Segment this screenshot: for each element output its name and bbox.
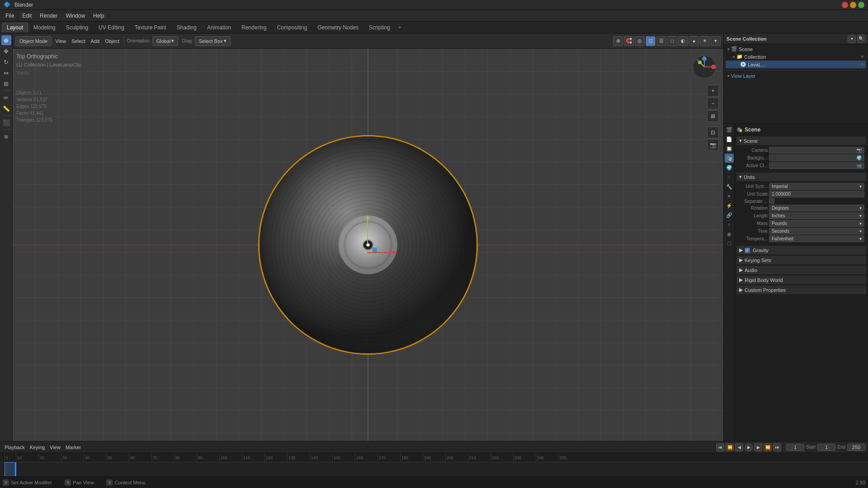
- time-field[interactable]: Seconds ▾: [769, 228, 864, 235]
- unit-scale-field[interactable]: 1.000000: [769, 191, 864, 197]
- tool-unknown1[interactable]: ≋: [1, 131, 11, 141]
- prop-icon-object[interactable]: ○: [725, 173, 734, 182]
- separate-checkbox[interactable]: [769, 198, 774, 204]
- tab-scripting[interactable]: Scripting: [364, 23, 395, 33]
- outliner-view-layer[interactable]: ▾ View Layer: [726, 72, 866, 80]
- tool-transform[interactable]: ⊞: [1, 79, 11, 89]
- keying-sets-header[interactable]: ▶ Keying Sets: [736, 256, 866, 264]
- proportional-icon[interactable]: ◎: [635, 36, 645, 46]
- background-field[interactable]: 🌍: [769, 155, 864, 161]
- viewport-shading-material[interactable]: ●: [689, 36, 699, 46]
- gravity-checkbox[interactable]: ✓: [745, 248, 750, 253]
- tool-add-cube[interactable]: ⬛: [1, 117, 11, 127]
- viewport-shading-wire[interactable]: □: [667, 36, 677, 46]
- zoom-in-btn[interactable]: +: [707, 85, 719, 97]
- outliner-filter-btn[interactable]: ▾: [848, 35, 856, 43]
- menu-render[interactable]: Render: [36, 12, 61, 20]
- jump-to-start-btn[interactable]: ⏮: [716, 443, 724, 451]
- outliner-search-btn[interactable]: 🔍: [857, 35, 865, 43]
- menu-help[interactable]: Help: [90, 12, 108, 20]
- tool-scale[interactable]: ⇔: [1, 68, 11, 78]
- tab-animation[interactable]: Animation: [202, 23, 236, 33]
- gravity-section-header[interactable]: ▶ ✓ Gravity: [736, 246, 866, 254]
- keying-menu[interactable]: Keying: [28, 445, 47, 450]
- viewport-shading-extra[interactable]: ▾: [711, 36, 721, 46]
- prop-icon-shaderfx[interactable]: ⬡: [725, 239, 734, 248]
- tool-annotate[interactable]: ✏: [1, 93, 11, 103]
- mode-selector[interactable]: Object Mode: [15, 36, 52, 46]
- mass-field[interactable]: Pounds ▾: [769, 220, 864, 227]
- marker-menu[interactable]: Marker: [64, 445, 83, 450]
- tab-shading[interactable]: Shading: [172, 23, 202, 33]
- tab-layout[interactable]: Layout: [2, 23, 28, 33]
- custom-props-header[interactable]: ▶ Custom Properties: [736, 286, 866, 294]
- prop-icon-material[interactable]: ◉: [725, 230, 734, 239]
- header-view[interactable]: View: [53, 38, 68, 44]
- playback-menu[interactable]: Playback: [3, 445, 27, 450]
- select-box-selector[interactable]: Select Box▾: [195, 36, 231, 46]
- outliner-scene[interactable]: ▾ 🎬 Scene: [726, 45, 866, 53]
- overlay-icon[interactable]: ⊡: [646, 36, 656, 46]
- orientation-selector[interactable]: Global▾: [152, 36, 179, 46]
- add-workspace-button[interactable]: +: [396, 23, 404, 32]
- next-keyframe-btn[interactable]: ▶: [754, 443, 762, 451]
- jump-to-end-btn[interactable]: ⏭: [773, 443, 781, 451]
- header-select[interactable]: Select: [70, 38, 87, 44]
- maximize-btn[interactable]: [858, 2, 864, 8]
- next-frame-btn[interactable]: ⏩: [764, 443, 772, 451]
- units-section-header[interactable]: ▾ Units: [736, 173, 866, 181]
- prop-icon-output[interactable]: 📄: [725, 135, 734, 144]
- global-icon[interactable]: ⊕: [613, 36, 623, 46]
- menu-edit[interactable]: Edit: [19, 12, 35, 20]
- prop-icon-particles[interactable]: ✦: [725, 192, 734, 201]
- end-frame-input[interactable]: 250: [847, 444, 865, 451]
- viewport-main[interactable]: Top Orthographic (1) Collection | LavaLa…: [13, 49, 723, 441]
- camera-field[interactable]: 📷: [769, 147, 864, 154]
- tab-geometry-nodes[interactable]: Geometry Nodes: [312, 23, 363, 33]
- prop-icon-modifier[interactable]: 🔧: [725, 182, 734, 191]
- timeline-playhead[interactable]: [15, 462, 16, 476]
- audio-header[interactable]: ▶ Audio: [736, 266, 866, 274]
- prop-icon-data[interactable]: ▿: [725, 220, 734, 229]
- prev-keyframe-btn[interactable]: ◀: [735, 443, 743, 451]
- start-frame-input[interactable]: 1: [817, 444, 835, 451]
- tool-measure[interactable]: 📏: [1, 103, 11, 113]
- prop-icon-constraints[interactable]: 🔗: [725, 211, 734, 220]
- prev-frame-btn[interactable]: ⏪: [726, 443, 734, 451]
- viewport-shading-render[interactable]: ☀: [700, 36, 710, 46]
- prop-icon-physics[interactable]: ⚡: [725, 201, 734, 210]
- tab-uv-editing[interactable]: UV Editing: [94, 23, 129, 33]
- prop-icon-viewlayer[interactable]: 🔲: [725, 144, 734, 153]
- header-add[interactable]: Add: [89, 38, 102, 44]
- fit-view-btn[interactable]: ⊞: [707, 110, 719, 122]
- prop-icon-world[interactable]: 🌍: [725, 163, 734, 172]
- close-btn[interactable]: [842, 2, 848, 8]
- zoom-out-btn[interactable]: −: [707, 98, 719, 109]
- tab-rendering[interactable]: Rendering: [236, 23, 271, 33]
- outliner-collection[interactable]: ▾ 📁 Collection 👁: [726, 53, 866, 61]
- snap-icon[interactable]: 🧲: [624, 36, 634, 46]
- camera-view-btn[interactable]: 📷: [707, 139, 719, 151]
- header-object[interactable]: Object: [103, 38, 121, 44]
- active-clip-field[interactable]: 📹: [769, 162, 864, 169]
- minimize-btn[interactable]: [850, 2, 856, 8]
- menu-file[interactable]: File: [2, 12, 18, 20]
- tab-compositing[interactable]: Compositing: [272, 23, 312, 33]
- tool-cursor[interactable]: ⊕: [1, 35, 11, 45]
- perspective-btn[interactable]: ⊡: [707, 127, 719, 138]
- menu-window[interactable]: Window: [62, 12, 89, 20]
- rigid-body-header[interactable]: ▶ Rigid Body World: [736, 276, 866, 284]
- xray-icon[interactable]: ☰: [656, 36, 666, 46]
- current-frame-input[interactable]: 1: [786, 444, 804, 451]
- rotation-field[interactable]: Degrees ▾: [769, 205, 864, 211]
- length-field[interactable]: Inches ▾: [769, 212, 864, 219]
- prop-icon-scene[interactable]: 🎭: [725, 154, 734, 163]
- outliner-object[interactable]: 💿 LavaL... 👁: [726, 61, 866, 68]
- view-menu[interactable]: View: [48, 445, 62, 450]
- timeline-body[interactable]: [0, 462, 868, 476]
- scene-section-header[interactable]: ▾ Scene: [736, 136, 866, 145]
- unit-system-field[interactable]: Imperial ▾: [769, 183, 864, 190]
- play-btn[interactable]: ▶: [745, 443, 753, 451]
- tool-rotate[interactable]: ↻: [1, 57, 11, 67]
- prop-icon-render[interactable]: 🎬: [725, 125, 734, 134]
